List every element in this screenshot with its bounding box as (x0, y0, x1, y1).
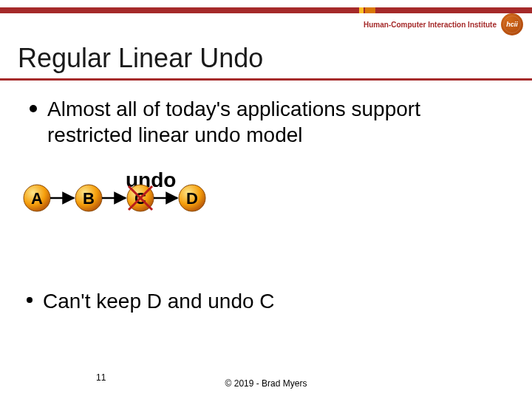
title-underline (0, 78, 532, 81)
bullet-secondary-block: Can't keep D and undo C (27, 288, 502, 314)
top-rule-notch (359, 7, 364, 13)
brand-logo-label: hcii (506, 21, 518, 28)
header-brand: Human-Computer Interaction Institute hci… (364, 13, 523, 35)
node-a: A (24, 185, 50, 211)
brand-text: Human-Computer Interaction Institute (364, 21, 497, 29)
slide-title: Regular Linear Undo (18, 43, 263, 74)
node-b-label: B (83, 189, 95, 208)
top-rule (0, 7, 532, 13)
slide-body: Almost all of today's applications suppo… (30, 96, 510, 148)
copyright: © 2019 - Brad Myers (0, 378, 532, 389)
node-b: B (75, 185, 102, 211)
undo-diagram: A B C D (22, 176, 244, 220)
slide: Human-Computer Interaction Institute hci… (0, 0, 532, 399)
node-d: D (179, 185, 205, 211)
bullet-primary: Almost all of today's applications suppo… (30, 96, 510, 148)
node-a-label: A (31, 189, 43, 208)
bullet-secondary: Can't keep D and undo C (27, 288, 502, 314)
bullet-text: Almost all of today's applications suppo… (47, 96, 510, 148)
brand-logo-icon: hcii (501, 13, 523, 35)
node-d-label: D (186, 189, 198, 208)
bullet-dot-icon (27, 297, 33, 303)
bullet-text: Can't keep D and undo C (43, 288, 275, 314)
bullet-dot-icon (30, 105, 37, 112)
diagram-svg: A B C D (22, 176, 244, 220)
top-rule-notch (365, 7, 375, 13)
